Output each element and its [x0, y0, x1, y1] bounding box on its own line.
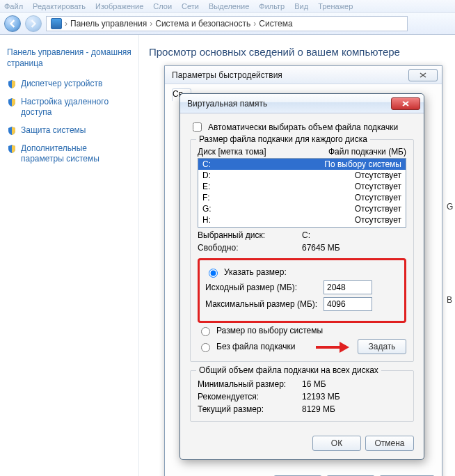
- free-space-value: 67645 МБ: [302, 243, 340, 253]
- shield-icon: [7, 79, 17, 89]
- ok-button[interactable]: ОК: [312, 436, 361, 451]
- back-button[interactable]: [4, 15, 21, 32]
- list-header-size: Файл подкачки (МБ): [328, 147, 406, 157]
- radio-label: Без файла подкачки: [216, 342, 295, 351]
- list-header-drive: Диск [метка тома]: [198, 147, 266, 157]
- radio-input[interactable]: [201, 343, 210, 352]
- menu-item[interactable]: Тренажер: [318, 2, 353, 10]
- radio-label: Указать размер:: [224, 267, 287, 277]
- control-panel-icon: [51, 18, 62, 29]
- drive-letter: H:: [202, 214, 211, 225]
- drive-letter: E:: [202, 181, 210, 192]
- breadcrumb[interactable]: › Панель управления › Система и безопасн…: [46, 16, 408, 31]
- drive-row[interactable]: E:Отсутствует: [198, 181, 406, 192]
- current-size-label: Текущий размер:: [198, 404, 302, 414]
- drive-value: Отсутствует: [355, 214, 401, 225]
- forward-button[interactable]: [25, 15, 42, 32]
- menu-item[interactable]: Выделение: [209, 2, 249, 10]
- sidebar-item-label: Дополнительные параметры системы: [21, 143, 131, 165]
- drive-letter: F:: [202, 192, 210, 203]
- set-button[interactable]: Задать: [358, 339, 406, 354]
- radio-input[interactable]: [201, 327, 210, 336]
- group-legend: Общий объем файла подкачки на всех диска…: [196, 365, 381, 375]
- peek-text: G: [447, 202, 454, 212]
- dialog-title: Виртуальная память: [187, 99, 267, 109]
- current-size-value: 8129 МБ: [302, 404, 335, 414]
- per-drive-group: Размер файла подкачки для каждого диска …: [190, 139, 414, 362]
- menu-item[interactable]: Фильтр: [259, 2, 285, 10]
- auto-manage-checkbox[interactable]: Автоматически выбирать объем файла подка…: [190, 120, 414, 134]
- sidebar: Панель управления - домашняя страница Ди…: [0, 35, 139, 476]
- menu-item[interactable]: Изображение: [95, 2, 143, 10]
- max-size-input[interactable]: [324, 297, 372, 311]
- drive-value: Отсутствует: [355, 192, 401, 203]
- app-menubar: Файл Редактировать Изображение Слои Сети…: [0, 0, 455, 13]
- drive-row[interactable]: G:Отсутствует: [198, 203, 406, 214]
- selected-drive-label: Выбранный диск:: [198, 230, 302, 240]
- drive-row[interactable]: F:Отсутствует: [198, 192, 406, 203]
- sidebar-item-device-manager[interactable]: Диспетчер устройств: [7, 79, 131, 90]
- sidebar-item-remote-settings[interactable]: Настройка удаленного доступа: [7, 97, 131, 118]
- drive-value: Отсутствует: [355, 181, 401, 192]
- initial-size-input[interactable]: [324, 280, 372, 294]
- chevron-right-icon: ›: [65, 19, 67, 29]
- radio-label: Размер по выбору системы: [216, 326, 323, 335]
- drive-row[interactable]: C:По выбору системы: [198, 159, 406, 170]
- drive-letter: C:: [202, 159, 211, 170]
- shield-icon: [7, 97, 17, 107]
- dialog-titlebar[interactable]: Параметры быстродействия: [165, 66, 442, 84]
- drive-value: По выбору системы: [324, 159, 401, 170]
- selected-drive-value: C:: [302, 230, 310, 240]
- checkbox-label: Автоматически выбирать объем файла подка…: [208, 122, 398, 132]
- initial-size-label: Исходный размер (МБ):: [205, 283, 324, 292]
- checkbox-input[interactable]: [193, 122, 202, 132]
- dialog-titlebar[interactable]: Виртуальная память: [180, 94, 424, 113]
- min-size-value: 16 МБ: [302, 379, 326, 389]
- custom-size-radio[interactable]: Указать размер:: [205, 267, 399, 278]
- drive-letter: D:: [202, 170, 211, 181]
- close-button[interactable]: [408, 69, 438, 81]
- menu-item[interactable]: Редактировать: [33, 2, 86, 10]
- dialog-title: Параметры быстродействия: [172, 70, 282, 80]
- breadcrumb-item[interactable]: Система: [259, 19, 292, 29]
- breadcrumb-item[interactable]: Панель управления: [70, 19, 147, 29]
- virtual-memory-dialog: Виртуальная память Автоматически выбират…: [179, 93, 424, 460]
- sidebar-item-system-protection[interactable]: Защита системы: [7, 125, 131, 136]
- drive-value: Отсутствует: [355, 170, 401, 181]
- peek-text: В: [447, 295, 454, 305]
- system-managed-radio[interactable]: Размер по выбору системы: [198, 325, 406, 336]
- chevron-right-icon: ›: [253, 19, 256, 29]
- sidebar-item-advanced-settings[interactable]: Дополнительные параметры системы: [7, 143, 131, 165]
- close-button[interactable]: [391, 97, 420, 110]
- arrow-annotation-icon: [314, 340, 349, 354]
- sidebar-item-label: Настройка удаленного доступа: [21, 97, 131, 118]
- drive-letter: G:: [202, 203, 211, 214]
- shield-icon: [7, 144, 17, 154]
- radio-input[interactable]: [209, 269, 218, 278]
- breadcrumb-item[interactable]: Система и безопасность: [155, 19, 250, 29]
- chevron-right-icon: ›: [150, 19, 152, 29]
- sidebar-item-label: Диспетчер устройств: [21, 79, 102, 90]
- menu-item[interactable]: Слои: [153, 2, 172, 10]
- menu-item[interactable]: Вид: [294, 2, 308, 10]
- drive-value: Отсутствует: [355, 203, 401, 214]
- control-panel-home-link[interactable]: Панель управления - домашняя страница: [7, 47, 131, 69]
- shield-icon: [7, 126, 17, 136]
- drive-row[interactable]: D:Отсутствует: [198, 170, 406, 181]
- total-group: Общий объем файла подкачки на всех диска…: [190, 370, 414, 422]
- background-peek: G В: [447, 118, 454, 388]
- min-size-label: Минимальный размер:: [198, 379, 302, 389]
- svg-marker-1: [340, 342, 349, 353]
- recommended-label: Рекомендуется:: [198, 392, 302, 402]
- drive-row[interactable]: H:Отсутствует: [198, 214, 406, 225]
- menu-item[interactable]: Сети: [182, 2, 199, 10]
- group-legend: Размер файла подкачки для каждого диска: [196, 134, 370, 144]
- menu-item[interactable]: Файл: [4, 2, 23, 10]
- drive-list[interactable]: C:По выбору системы D:Отсутствует E:Отсу…: [198, 158, 406, 228]
- cancel-button[interactable]: Отмена: [365, 436, 414, 451]
- no-paging-file-radio[interactable]: Без файла подкачки: [198, 341, 295, 352]
- main-panel: Просмотр основных сведений о вашем компь…: [139, 35, 455, 476]
- recommended-value: 12193 МБ: [302, 392, 340, 402]
- sidebar-item-label: Защита системы: [21, 125, 86, 136]
- page-title: Просмотр основных сведений о вашем компь…: [139, 46, 455, 65]
